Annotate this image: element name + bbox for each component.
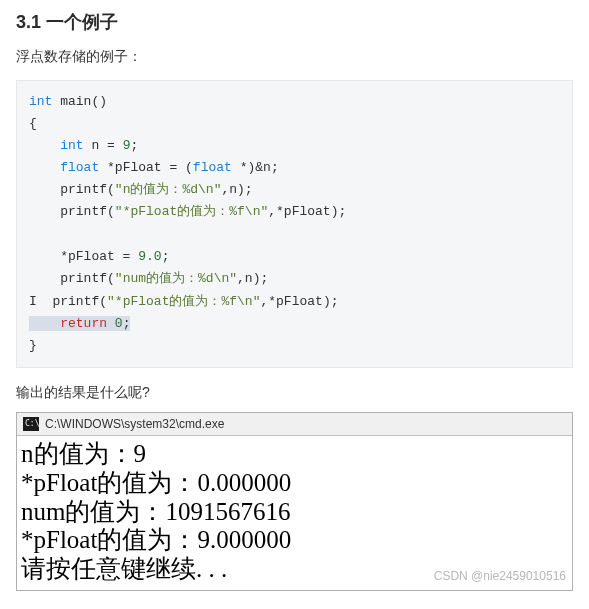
decl-n-var: n =	[84, 138, 123, 153]
question-text: 输出的结果是什么呢?	[16, 384, 573, 402]
text-cursor-icon: I	[29, 290, 37, 312]
printf3-args: ,n);	[237, 271, 268, 286]
printf4-str: "*pFloat的值为：%f\n"	[107, 294, 260, 309]
printf1-args: ,n);	[221, 182, 252, 197]
printf4-args: ,*pFloat);	[260, 294, 338, 309]
cmd-line-1: n的值为：9	[21, 440, 566, 469]
highlighted-line: return 0;	[29, 316, 130, 331]
printf3-pre: printf(	[29, 271, 115, 286]
indent	[29, 138, 60, 153]
brace-open: {	[29, 116, 37, 131]
cmd-icon: C:\	[23, 417, 39, 431]
cmd-window: C:\ C:\WINDOWS\system32\cmd.exe n的值为：9 *…	[16, 412, 573, 591]
cmd-line-2: *pFloat的值为：0.000000	[21, 469, 566, 498]
printf4-pre: printf(	[52, 294, 107, 309]
brace-close: }	[29, 338, 37, 353]
ret-pre	[29, 316, 60, 331]
cmd-icon-glyph: C:\	[25, 420, 39, 428]
printf2-args: ,*pFloat);	[268, 204, 346, 219]
printf1-pre: printf(	[29, 182, 115, 197]
intro-text: 浮点数存储的例子：	[16, 48, 573, 66]
decl-f-cast: *)&n;	[232, 160, 279, 175]
kw-int: int	[60, 138, 83, 153]
assign-pre: *pFloat =	[29, 249, 138, 264]
kw-float: float	[193, 160, 232, 175]
code-block: int main() { int n = 9; float *pFloat = …	[16, 80, 573, 368]
semi: ;	[123, 316, 131, 331]
cmd-line-3: num的值为：1091567616	[21, 498, 566, 527]
printf3-str: "num的值为：%d\n"	[115, 271, 237, 286]
kw-float: float	[60, 160, 99, 175]
ret-val: 0	[107, 316, 123, 331]
cmd-body: n的值为：9 *pFloat的值为：0.000000 num的值为：109156…	[17, 436, 572, 590]
cmd-line-4: *pFloat的值为：9.000000	[21, 526, 566, 555]
kw-return: return	[60, 316, 107, 331]
section-title: 3.1 一个例子	[16, 10, 573, 34]
num-9-0: 9.0	[138, 249, 161, 264]
decl-f-var: *pFloat = (	[99, 160, 193, 175]
fn-main: main()	[60, 94, 107, 109]
printf1-str: "n的值为：%d\n"	[115, 182, 222, 197]
cmd-titlebar: C:\ C:\WINDOWS\system32\cmd.exe	[17, 413, 572, 436]
watermark: CSDN @nie2459010516	[434, 570, 566, 584]
printf2-pre: printf(	[29, 204, 115, 219]
printf2-str: "*pFloat的值为：%f\n"	[115, 204, 268, 219]
semi: ;	[130, 138, 138, 153]
indent	[29, 160, 60, 175]
semi: ;	[162, 249, 170, 264]
kw-int: int	[29, 94, 52, 109]
cmd-title-path: C:\WINDOWS\system32\cmd.exe	[45, 417, 224, 431]
